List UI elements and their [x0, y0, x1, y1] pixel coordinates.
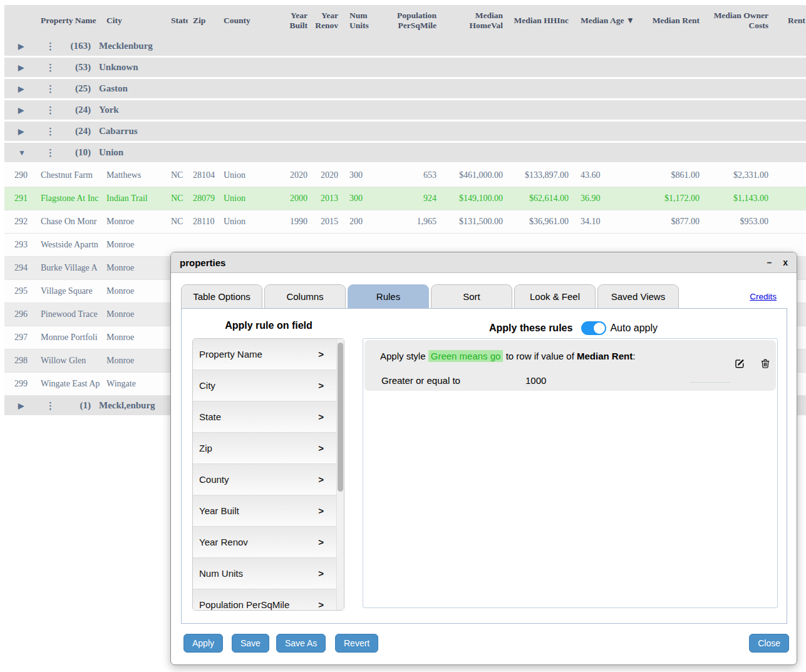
kebab-menu-icon[interactable]: ⋮	[46, 105, 53, 116]
credits-link[interactable]: Credits	[750, 292, 777, 301]
column-header-year-renov[interactable]: Year Renov	[310, 11, 341, 31]
tab-look-feel[interactable]: Look & Feel	[514, 284, 596, 308]
kebab-menu-icon[interactable]: ⋮	[46, 62, 53, 73]
group-row[interactable]: ▶⋮(24)York	[4, 100, 806, 121]
kebab-menu-icon[interactable]: ⋮	[46, 126, 53, 137]
field-item-county[interactable]: County>	[193, 464, 344, 495]
rules-tab-panel: Apply rule on field Apply these rules Au…	[181, 308, 787, 624]
apply-button[interactable]: Apply	[183, 634, 223, 653]
dialog-titlebar[interactable]: properties – x	[171, 252, 797, 273]
tab-sort[interactable]: Sort	[431, 284, 512, 308]
table-cell: 295	[4, 286, 34, 296]
kebab-menu-icon[interactable]: ⋮	[46, 147, 53, 158]
table-cell: $461,000.00	[439, 170, 505, 180]
group-row[interactable]: ▶⋮(24)Cabarrus	[4, 121, 806, 143]
expand-arrow-icon[interactable]: ▶	[18, 127, 28, 136]
expand-arrow-icon[interactable]: ▶	[18, 401, 28, 410]
expand-arrow-icon[interactable]: ▶	[18, 42, 28, 51]
rule-item: Apply style Green means go to row if val…	[364, 340, 776, 391]
rule-input-underline[interactable]	[690, 382, 730, 383]
minimize-icon[interactable]: –	[767, 258, 772, 267]
close-button[interactable]: Close	[749, 634, 789, 653]
table-row[interactable]: 291Flagstone At IncIndian TrailNC28079Un…	[4, 187, 806, 210]
expand-arrow-icon[interactable]: ▶	[18, 85, 28, 93]
table-cell: Village Square	[34, 286, 103, 296]
column-header-median-hhinc[interactable]: Median HHInc	[505, 16, 571, 26]
group-row[interactable]: ▶⋮(53)Unknown	[4, 58, 806, 79]
field-item-zip[interactable]: Zip>	[193, 433, 344, 464]
table-cell: NC	[166, 217, 188, 227]
table-cell: Chase On Monr	[34, 217, 103, 227]
table-cell: 293	[4, 240, 34, 250]
column-header-year-built[interactable]: Year Built	[279, 11, 310, 31]
field-item-num-units[interactable]: Num Units>	[193, 558, 344, 589]
column-header-zip[interactable]: Zip	[188, 16, 219, 26]
column-header-median-rent[interactable]: Median Rent	[633, 16, 702, 26]
field-item-population-persqmile[interactable]: Population PerSqMile>	[193, 589, 344, 611]
table-cell: Monroe	[103, 217, 166, 227]
column-header-property-name[interactable]: Property Name	[34, 16, 103, 26]
group-row[interactable]: ▶⋮(163)Mecklenburg	[4, 36, 806, 58]
field-item-year-renov[interactable]: Year Renov>	[193, 527, 344, 558]
field-item-year-built[interactable]: Year Built>	[193, 495, 344, 527]
table-cell: $953.00	[702, 217, 771, 227]
field-list-scrollbar[interactable]	[336, 339, 344, 611]
table-cell: 294	[4, 263, 34, 273]
field-item-city[interactable]: City>	[193, 370, 344, 401]
tab-table-options[interactable]: Table Options	[181, 284, 262, 308]
table-cell: Union	[219, 194, 279, 204]
revert-button[interactable]: Revert	[335, 634, 378, 653]
table-row[interactable]: 290Chestnut FarmMatthewsNC28104Union2020…	[4, 164, 806, 187]
close-icon[interactable]: x	[783, 258, 788, 267]
field-item-state[interactable]: State>	[193, 401, 344, 433]
auto-apply-toggle[interactable]	[581, 321, 606, 335]
expand-arrow-icon[interactable]: ▶	[18, 106, 28, 115]
rule-field-name: Median Rent	[577, 351, 633, 361]
save-button[interactable]: Save	[232, 634, 269, 653]
field-item-property-name[interactable]: Property Name>	[193, 339, 344, 370]
column-header-label: Median HHInc	[514, 16, 569, 25]
scrollbar-thumb[interactable]	[338, 343, 343, 492]
tab-rules[interactable]: Rules	[348, 284, 429, 308]
edit-rule-icon[interactable]	[733, 357, 746, 370]
save-as-button[interactable]: Save As	[276, 634, 326, 653]
column-header-population-persqmile[interactable]: Population PerSqMile	[376, 11, 439, 31]
table-cell: NC	[166, 170, 188, 180]
field-item-label: Year Renov	[199, 537, 248, 547]
table-row[interactable]: 292Chase On MonrMonroeNC28110Union199020…	[4, 210, 806, 234]
rules-panel: Apply style Green means go to row if val…	[363, 338, 778, 608]
column-header-median-age[interactable]: Median Age ▼	[571, 16, 633, 26]
column-header-city[interactable]: City	[103, 16, 166, 26]
collapse-arrow-icon[interactable]: ▼	[18, 148, 28, 157]
column-header-state[interactable]: State	[166, 16, 188, 26]
dialog-title: properties	[180, 257, 225, 268]
expand-arrow-icon[interactable]: ▶	[18, 63, 28, 72]
column-header-rent[interactable]: Rent	[771, 16, 806, 26]
table-cell: Monroe	[103, 240, 166, 250]
kebab-menu-icon[interactable]: ⋮	[46, 41, 53, 52]
tab-columns[interactable]: Columns	[264, 284, 346, 308]
table-cell: Flagstone At Inc	[34, 194, 103, 204]
column-header-median-homeval[interactable]: Median HomeVal	[439, 11, 505, 31]
rule-middle: to row if value of	[506, 351, 574, 361]
field-list: Property Name>City>State>Zip>County>Year…	[192, 338, 344, 611]
kebab-menu-icon[interactable]: ⋮	[46, 83, 53, 95]
table-cell: Monroe	[103, 263, 166, 273]
group-count: (25)	[53, 83, 91, 94]
group-row[interactable]: ▶⋮(25)Gaston	[4, 79, 806, 100]
table-cell: 28104	[188, 170, 219, 180]
delete-rule-icon[interactable]	[759, 357, 772, 370]
group-row[interactable]: ▼⋮(10)Union	[4, 143, 806, 164]
column-header-num-units[interactable]: Num Units	[341, 11, 376, 31]
table-cell: 298	[4, 356, 34, 366]
rule-suffix: :	[633, 351, 635, 361]
table-cell: Wingate East Ap	[34, 379, 103, 389]
group-count: (24)	[53, 105, 91, 115]
tab-saved-views[interactable]: Saved Views	[597, 284, 679, 308]
column-header-county[interactable]: County	[219, 16, 279, 26]
apply-these-rules-title: Apply these rules	[489, 323, 572, 334]
column-header-median-owner-costs[interactable]: Median Owner Costs	[702, 11, 771, 31]
kebab-menu-icon[interactable]: ⋮	[46, 400, 53, 411]
field-item-label: County	[199, 474, 229, 485]
auto-apply-label: Auto apply	[610, 323, 658, 334]
